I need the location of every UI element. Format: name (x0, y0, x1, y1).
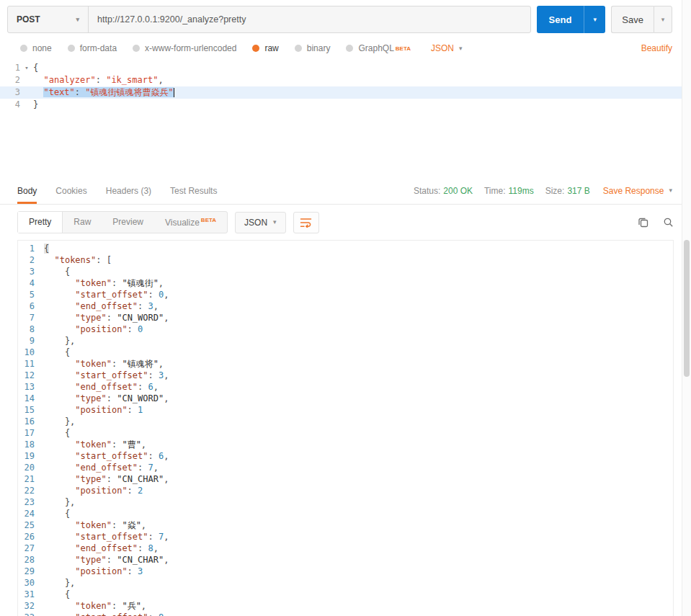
json-token: "end_offset" (75, 301, 138, 311)
view-tab-preview[interactable]: Preview (102, 212, 154, 233)
response-line: 2 "tokens": [ (18, 254, 673, 266)
json-token: "CN_CHAR" (117, 555, 164, 565)
json-token: "CN_WORD" (117, 393, 164, 403)
line-number: 30 (18, 577, 44, 589)
method-select[interactable]: POST ▾ (8, 6, 89, 32)
response-line-code: "type": "CN_CHAR", (44, 473, 169, 485)
response-line: 24 { (18, 508, 673, 519)
json-token (44, 439, 75, 450)
json-token: , (141, 439, 146, 450)
request-body-editor[interactable]: 1▾{2 "analyzer": "ik_smart",3 "text": "镇… (0, 61, 691, 169)
body-type-graphql[interactable]: GraphQLBETA (346, 43, 411, 53)
line-number: 9 (18, 335, 44, 347)
json-token: 1 (138, 405, 143, 415)
response-tab-test-results[interactable]: Test Results (170, 177, 217, 204)
scrollbar-thumb[interactable] (684, 240, 690, 377)
view-tab-pretty[interactable]: Pretty (18, 212, 63, 233)
response-tab-cookies[interactable]: Cookies (55, 177, 86, 204)
response-line: 31 { (18, 589, 673, 600)
view-tab-visualize[interactable]: VisualizeBETA (154, 212, 227, 233)
line-number: 19 (18, 450, 44, 462)
json-token (153, 370, 159, 380)
line-number: 12 (18, 370, 44, 381)
response-line: 1{ (18, 243, 673, 254)
body-type-binary[interactable]: binary (295, 43, 331, 53)
json-token: , (164, 370, 169, 380)
save-button[interactable]: Save (611, 6, 654, 33)
wrap-text-button[interactable] (293, 212, 319, 233)
response-tab-headers-3[interactable]: Headers (3) (106, 177, 151, 204)
scrollbar-track[interactable] (682, 0, 691, 616)
response-line-code: "start_offset": 7, (44, 531, 169, 543)
json-token: 3 (138, 566, 143, 576)
language-select[interactable]: JSON ▾ (431, 43, 463, 53)
json-token (44, 486, 75, 496)
view-tab-raw[interactable]: Raw (63, 212, 102, 233)
response-line-code: "start_offset": 3, (44, 370, 169, 381)
json-token (44, 278, 75, 288)
editor-line[interactable]: 2 "analyzer": "ik_smart", (0, 74, 691, 86)
response-line: 32 "token": "兵", (18, 600, 673, 612)
json-token (133, 405, 138, 415)
url-group: POST ▾ (7, 6, 531, 33)
response-line: 6 "end_offset": 3, (18, 300, 673, 312)
editor-line-code: "analyzer": "ik_smart", (33, 74, 164, 86)
body-type-raw[interactable]: raw (252, 43, 278, 53)
response-line-code: "type": "CN_CHAR", (44, 554, 169, 566)
json-token: "token" (75, 439, 112, 450)
fold-spacer (20, 74, 33, 86)
fold-caret-icon[interactable]: ▾ (20, 62, 33, 74)
json-token: , (164, 612, 169, 616)
line-number: 3 (18, 266, 44, 277)
editor-line[interactable]: 1▾{ (0, 62, 691, 74)
json-token: : (148, 612, 153, 616)
json-token: "token" (75, 520, 112, 530)
body-type-form-data[interactable]: form-data (68, 43, 117, 53)
json-token: "position" (75, 324, 127, 334)
json-token: , (141, 520, 146, 530)
save-response-button[interactable]: Save Response ▾ (603, 186, 672, 196)
json-token: "start_offset" (75, 290, 148, 300)
body-type-none[interactable]: none (20, 43, 52, 53)
save-options-button[interactable]: ▾ (654, 6, 672, 33)
json-token (153, 290, 159, 300)
line-number: 18 (18, 439, 44, 450)
json-token: "start_offset" (75, 451, 148, 461)
json-token (133, 486, 138, 496)
json-token (44, 612, 75, 616)
beautify-link[interactable]: Beautify (641, 43, 672, 53)
editor-line[interactable]: 4} (0, 99, 691, 111)
text-cursor (174, 88, 174, 97)
json-token: , (164, 532, 169, 542)
copy-button[interactable] (638, 217, 648, 228)
body-type-x-www-form-urlencoded[interactable]: x-www-form-urlencoded (133, 43, 236, 53)
json-token: , (141, 601, 146, 611)
line-number: 14 (18, 393, 44, 404)
response-line-code: "token": "镇魂将", (44, 358, 164, 370)
json-token: , (159, 278, 164, 288)
url-input[interactable] (89, 6, 530, 32)
json-token: }, (44, 416, 75, 427)
json-token (44, 359, 75, 369)
line-number: 10 (18, 347, 44, 358)
editor-line-code: } (33, 99, 38, 111)
response-line-code: "position": 0 (44, 323, 143, 335)
json-token (44, 601, 75, 611)
radio-icon (68, 45, 75, 52)
json-token: { (44, 589, 70, 599)
meta-value: 317 B (567, 186, 589, 196)
response-line: 9 }, (18, 335, 673, 347)
line-number: 23 (18, 496, 44, 508)
meta-status: Status:200 OK (414, 186, 473, 196)
response-line: 5 "start_offset": 0, (18, 289, 673, 300)
editor-line-code: { (33, 62, 38, 74)
radio-icon (133, 45, 140, 52)
search-button[interactable] (663, 217, 674, 228)
editor-line[interactable]: 3 "text": "镇魂街镇魂将曹焱兵" (0, 86, 691, 99)
send-options-button[interactable]: ▾ (584, 6, 605, 33)
response-tab-body[interactable]: Body (17, 177, 37, 204)
response-line-code: { (44, 347, 70, 358)
json-token: 8 (148, 543, 153, 553)
send-button[interactable]: Send (537, 6, 584, 33)
response-format-select[interactable]: JSON ▾ (235, 212, 286, 233)
